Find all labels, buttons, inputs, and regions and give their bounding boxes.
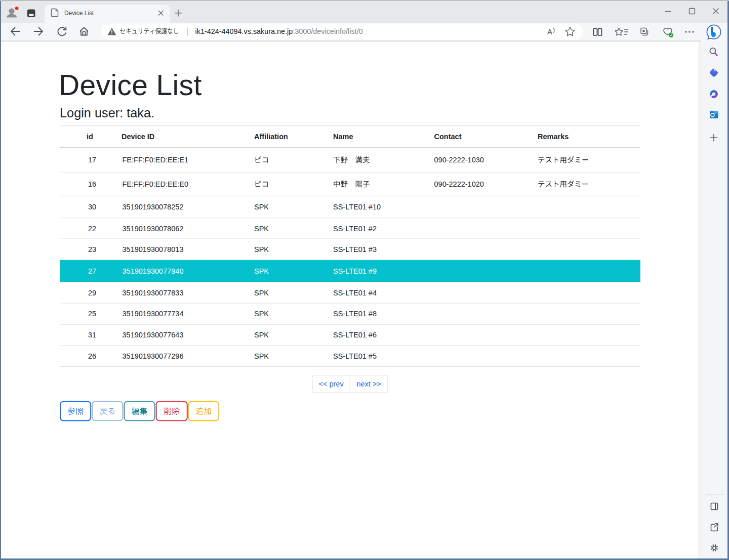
svg-text:351901930077940: 351901930077940 (123, 267, 184, 275)
svg-text:SS-LTE01 #3: SS-LTE01 #3 (333, 245, 377, 253)
svg-text:17: 17 (88, 156, 96, 164)
svg-text:Contact: Contact (434, 133, 462, 141)
svg-text:SPK: SPK (254, 245, 269, 253)
svg-text:SS-LTE01 #4: SS-LTE01 #4 (333, 289, 377, 297)
svg-text:FE:FF:F0:ED:EE:E1: FE:FF:F0:ED:EE:E1 (123, 156, 189, 164)
svg-text:id: id (87, 133, 93, 141)
svg-text:Name: Name (333, 133, 353, 141)
svg-text:22: 22 (88, 225, 96, 233)
svg-text:351901930077296: 351901930077296 (123, 352, 184, 360)
svg-text:25: 25 (88, 310, 96, 318)
svg-text:ik1-424-44094.vs.sakura.ne.jp:: ik1-424-44094.vs.sakura.ne.jp:3000/devic… (195, 27, 363, 35)
svg-text:351901930077833: 351901930077833 (123, 289, 184, 297)
svg-text:SS-LTE01 #2: SS-LTE01 #2 (333, 225, 377, 233)
svg-text:SS-LTE01 #8: SS-LTE01 #8 (333, 310, 377, 318)
svg-text:30: 30 (88, 203, 96, 211)
svg-text:351901930077643: 351901930077643 (123, 331, 184, 339)
svg-text:23: 23 (88, 245, 96, 253)
svg-text:next >>: next >> (356, 380, 381, 388)
svg-text:090-2222-1030: 090-2222-1030 (434, 156, 484, 164)
svg-text:31: 31 (88, 331, 96, 339)
svg-text:Login user: taka.: Login user: taka. (60, 106, 154, 120)
svg-text:SPK: SPK (254, 203, 269, 211)
svg-text:29: 29 (88, 289, 96, 297)
svg-text:SS-LTE01 #9: SS-LTE01 #9 (333, 267, 377, 275)
svg-text:SS-LTE01 #5: SS-LTE01 #5 (333, 352, 377, 360)
svg-text:SPK: SPK (254, 352, 269, 360)
svg-text:351901930078252: 351901930078252 (123, 203, 184, 211)
svg-text:Device ID: Device ID (122, 133, 154, 141)
svg-text:27: 27 (88, 267, 96, 275)
svg-text:Device List: Device List (59, 69, 202, 101)
svg-text:SPK: SPK (254, 225, 269, 233)
svg-text:FE:FF:F0:ED:EE:E0: FE:FF:F0:ED:EE:E0 (123, 180, 189, 188)
svg-text:351901930077734: 351901930077734 (123, 310, 184, 318)
svg-text:<< prev: << prev (319, 380, 344, 388)
svg-text:SPK: SPK (254, 310, 269, 318)
svg-text:16: 16 (88, 180, 96, 188)
svg-text:SPK: SPK (254, 289, 269, 297)
svg-text:351901930078013: 351901930078013 (123, 245, 184, 253)
svg-text:SS-LTE01 #6: SS-LTE01 #6 (333, 331, 377, 339)
svg-text:SPK: SPK (254, 331, 269, 339)
svg-text:351901930078062: 351901930078062 (123, 225, 184, 233)
svg-text:26: 26 (88, 352, 96, 360)
svg-text:Device List: Device List (64, 10, 94, 17)
svg-text:SS-LTE01 #10: SS-LTE01 #10 (333, 203, 381, 211)
svg-text:Affiliation: Affiliation (254, 133, 288, 141)
svg-text:SPK: SPK (254, 267, 269, 275)
svg-text:A: A (547, 27, 552, 36)
svg-text:Remarks: Remarks (538, 133, 569, 141)
svg-text:090-2222-1020: 090-2222-1020 (434, 180, 484, 188)
